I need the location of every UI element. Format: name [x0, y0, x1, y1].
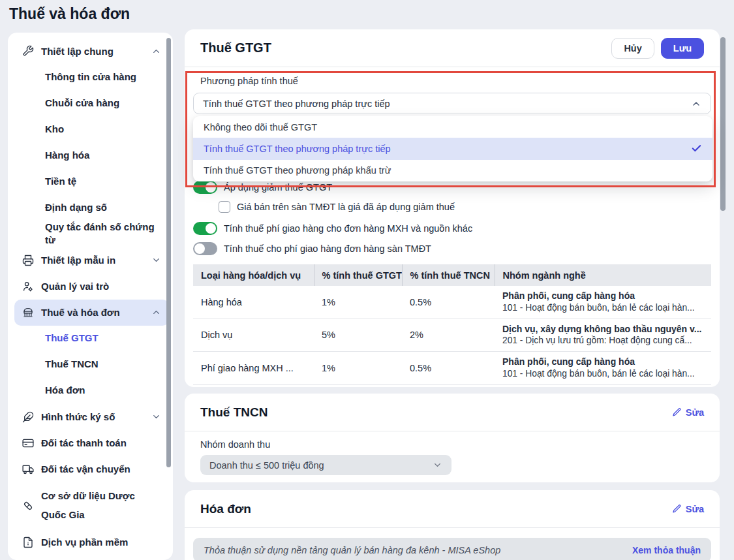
sidebar-item-number-format[interactable]: Định dạng số — [14, 194, 169, 221]
col-header-tncn-rate: % tính thuế TNCN — [402, 264, 495, 286]
sidebar-item-role-management[interactable]: Quản lý vai trò — [14, 273, 169, 300]
chevron-down-icon — [151, 412, 161, 422]
sidebar-item-invoice[interactable]: Hóa đơn — [14, 378, 169, 404]
cell-item-type: Hàng hóa — [193, 286, 314, 319]
tncn-edit-button[interactable]: Sửa — [672, 407, 704, 418]
sidebar-item-shipping-partners[interactable]: Đối tác vận chuyển — [14, 456, 169, 482]
chevron-down-icon — [151, 255, 161, 265]
truck-icon — [22, 463, 34, 475]
wrench-icon — [22, 45, 34, 57]
vat-reduction-toggle-row: Áp dụng giảm thuế GTGT — [193, 181, 332, 194]
invoice-edit-button[interactable]: Sửa — [672, 504, 704, 514]
mxh-shipping-tax-toggle[interactable] — [193, 222, 217, 235]
chevron-down-icon — [433, 460, 442, 470]
tncn-card-title: Thuế TNCN — [200, 405, 268, 420]
vat-reduction-toggle[interactable] — [193, 181, 217, 194]
pencil-icon — [672, 504, 682, 514]
cell-gtgt-rate: 5% — [314, 319, 402, 352]
mxh-shipping-tax-label: Tính thuế phí giao hàng cho đơn hàng MXH… — [224, 223, 472, 234]
invoice-card: Hóa đơn Sửa Thỏa thuận sử dụng nền tảng … — [185, 490, 720, 560]
cell-tncn-rate: 0.5% — [402, 286, 495, 319]
file-icon — [22, 537, 34, 548]
check-icon — [691, 143, 702, 154]
sidebar-scrollbar[interactable] — [166, 38, 171, 467]
tncn-tax-card: Thuế TNCN Sửa Nhóm doanh thu Doanh thu ≤… — [185, 394, 720, 482]
sidebar-item-tax-invoice[interactable]: Thuế và hóa đơn — [14, 300, 169, 326]
sidebar-item-doc-numbering[interactable]: Quy tắc đánh số chứng từ — [14, 221, 169, 247]
pencil-icon — [672, 407, 682, 417]
col-header-gtgt-rate: % tính thuế GTGT — [314, 264, 402, 286]
cell-industry-group: Dịch vụ, xây dựng không bao thầu nguyên … — [495, 319, 711, 352]
sidebar-item-drug-database[interactable]: Cơ sở dữ liệu Dược Quốc Gia — [14, 482, 169, 529]
cancel-button[interactable]: Hủy — [611, 38, 654, 59]
dropdown-option-no-tracking[interactable]: Không theo dõi thuế GTGT — [193, 116, 712, 138]
cell-gtgt-rate: 1% — [314, 352, 402, 385]
sidebar-item-store-info[interactable]: Thông tin cửa hàng — [14, 64, 169, 90]
agreement-text: Thỏa thuận sử dụng nền tảng quản lý bán … — [204, 545, 500, 555]
dropdown-option-direct-method[interactable]: Tính thuế GTGT theo phương pháp trực tiế… — [193, 138, 712, 159]
divider — [185, 527, 720, 528]
sidebar-item-goods[interactable]: Hàng hóa — [14, 142, 169, 168]
settings-sidebar: Thiết lập chung Thông tin cửa hàng Chuỗi… — [8, 33, 173, 560]
tax-method-value: Tính thuế GTGT theo phương pháp trực tiế… — [203, 99, 390, 109]
revenue-group-select[interactable]: Doanh thu ≤ 500 triệu đồng — [200, 455, 451, 475]
tax-rates-table: Loại hàng hóa/dịch vụ % tính thuế GTGT %… — [193, 264, 711, 385]
sidebar-item-software-services[interactable]: Dịch vụ phần mềm — [14, 529, 169, 555]
gtgt-tax-card: Thuế GTGT Hủy Lưu Phương pháp tính thuế … — [185, 29, 720, 387]
user-gear-icon — [22, 281, 34, 292]
sidebar-item-payment-partners[interactable]: Đối tác thanh toán — [14, 430, 169, 456]
table-row: Phí giao hàng MXH ... 1% 0.5% Phân phối,… — [193, 352, 711, 385]
cell-gtgt-rate: 1% — [314, 286, 402, 319]
save-button[interactable]: Lưu — [661, 38, 704, 59]
san-shipping-tax-toggle-row: Tính thuế cho phí giao hàng đơn hàng sàn… — [193, 242, 431, 255]
cell-item-type: Dịch vụ — [193, 319, 314, 352]
tmdt-price-checkbox[interactable] — [219, 201, 230, 213]
tmdt-price-label: Giá bán trên sàn TMĐT là giá đã áp dụng … — [237, 202, 455, 212]
sidebar-item-label: Thiết lập chung — [41, 46, 114, 57]
chevron-up-icon — [151, 307, 161, 317]
gtgt-card-title: Thuế GTGT — [200, 40, 271, 55]
mxh-shipping-tax-toggle-row: Tính thuế phí giao hàng cho đơn hàng MXH… — [193, 222, 472, 235]
sidebar-item-warehouse[interactable]: Kho — [14, 116, 169, 142]
sidebar-item-currency[interactable]: Tiền tệ — [14, 168, 169, 194]
divider — [185, 67, 720, 67]
table-header-row: Loại hàng hóa/dịch vụ % tính thuế GTGT %… — [193, 264, 711, 286]
sidebar-item-general-settings[interactable]: Thiết lập chung — [14, 38, 169, 64]
san-shipping-tax-label: Tính thuế cho phí giao hàng đơn hàng sàn… — [224, 243, 431, 254]
bank-icon — [22, 307, 34, 319]
page-title: Thuế và hóa đơn — [9, 5, 130, 23]
pill-icon — [22, 500, 34, 512]
cell-item-type: Phí giao hàng MXH ... — [193, 352, 314, 385]
tax-method-select[interactable]: Tính thuế GTGT theo phương pháp trực tiế… — [193, 93, 711, 114]
printer-icon — [22, 255, 34, 266]
san-shipping-tax-toggle[interactable] — [193, 242, 217, 255]
credit-card-icon — [22, 437, 34, 449]
divider — [185, 431, 720, 431]
col-header-item-type: Loại hàng hóa/dịch vụ — [193, 264, 314, 286]
tax-method-dropdown: Không theo dõi thuế GTGT Tính thuế GTGT … — [193, 116, 712, 181]
vat-reduction-label: Áp dụng giảm thuế GTGT — [224, 182, 332, 193]
sidebar-item-digital-signature[interactable]: Hình thức ký số — [14, 404, 169, 430]
sidebar-item-print-templates[interactable]: Thiết lập mẫu in — [14, 247, 169, 273]
table-row: Hàng hóa 1% 0.5% Phân phối, cung cấp hàn… — [193, 286, 711, 319]
chevron-up-icon — [151, 46, 161, 56]
cell-industry-group: Phân phối, cung cấp hàng hóa 101 - Hoạt … — [495, 352, 711, 385]
dropdown-option-deduction-method[interactable]: Tính thuế GTGT theo phương pháp khấu trừ — [193, 160, 712, 181]
chevron-up-icon — [691, 99, 701, 109]
sidebar-item-tncn-tax[interactable]: Thuế TNCN — [14, 352, 169, 378]
cell-tncn-rate: 0.5% — [402, 352, 495, 385]
table-row: Dịch vụ 5% 2% Dịch vụ, xây dựng không ba… — [193, 319, 711, 352]
cell-industry-group: Phân phối, cung cấp hàng hóa 101 - Hoạt … — [495, 286, 711, 319]
main-scrollbar[interactable] — [720, 37, 726, 211]
feather-icon — [22, 411, 34, 423]
agreement-bar: Thỏa thuận sử dụng nền tảng quản lý bán … — [193, 538, 711, 560]
gtgt-card-header: Thuế GTGT Hủy Lưu — [185, 29, 720, 67]
tmdt-price-checkbox-row: Giá bán trên sàn TMĐT là giá đã áp dụng … — [219, 201, 455, 213]
tax-method-label: Phương pháp tính thuế — [200, 76, 298, 86]
revenue-group-label: Nhóm doanh thu — [200, 439, 704, 450]
view-agreement-link[interactable]: Xem thỏa thuận — [632, 545, 701, 555]
revenue-group-value: Doanh thu ≤ 500 triệu đồng — [209, 460, 324, 471]
cell-tncn-rate: 2% — [402, 319, 495, 352]
sidebar-item-store-chain[interactable]: Chuỗi cửa hàng — [14, 90, 169, 116]
sidebar-item-gtgt-tax[interactable]: Thuế GTGT — [14, 326, 169, 352]
